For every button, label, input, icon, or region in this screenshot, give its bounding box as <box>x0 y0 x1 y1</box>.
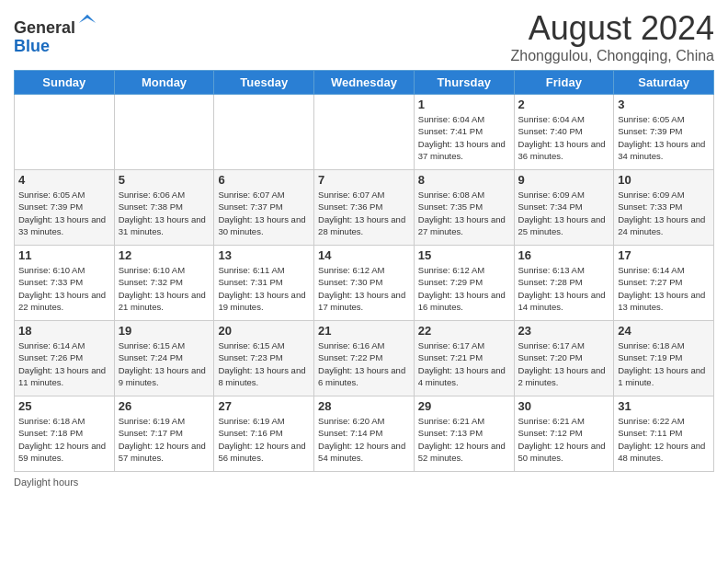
day-number: 26 <box>119 399 210 413</box>
day-info: Sunrise: 6:04 AM Sunset: 7:40 PM Dayligh… <box>518 113 610 162</box>
day-info: Sunrise: 6:06 AM Sunset: 7:38 PM Dayligh… <box>119 189 210 237</box>
day-info: Sunrise: 6:12 AM Sunset: 7:30 PM Dayligh… <box>318 264 410 313</box>
day-info: Sunrise: 6:18 AM Sunset: 7:18 PM Dayligh… <box>18 415 110 464</box>
day-number: 3 <box>618 98 710 111</box>
day-info: Sunrise: 6:10 AM Sunset: 7:32 PM Dayligh… <box>119 264 210 313</box>
header-tuesday: Tuesday <box>214 71 314 95</box>
day-number: 15 <box>418 248 510 262</box>
header-sunday: Sunday <box>15 71 115 95</box>
day-number: 10 <box>618 173 710 187</box>
day-info: Sunrise: 6:14 AM Sunset: 7:26 PM Dayligh… <box>18 339 110 388</box>
table-row: 13Sunrise: 6:11 AM Sunset: 7:31 PM Dayli… <box>214 246 314 321</box>
day-number: 25 <box>18 399 110 413</box>
table-row: 9Sunrise: 6:09 AM Sunset: 7:34 PM Daylig… <box>514 170 614 246</box>
table-row: 17Sunrise: 6:14 AM Sunset: 7:27 PM Dayli… <box>614 246 714 321</box>
table-row: 31Sunrise: 6:22 AM Sunset: 7:11 PM Dayli… <box>614 396 714 472</box>
calendar-week-row: 4Sunrise: 6:05 AM Sunset: 7:39 PM Daylig… <box>15 170 714 246</box>
logo: General Blue <box>14 13 97 56</box>
table-row: 22Sunrise: 6:17 AM Sunset: 7:21 PM Dayli… <box>414 321 514 396</box>
table-row: 20Sunrise: 6:15 AM Sunset: 7:23 PM Dayli… <box>214 321 314 396</box>
logo-text: General Blue <box>14 13 97 56</box>
table-row <box>214 95 314 170</box>
day-info: Sunrise: 6:09 AM Sunset: 7:33 PM Dayligh… <box>618 189 710 237</box>
table-row: 12Sunrise: 6:10 AM Sunset: 7:32 PM Dayli… <box>114 246 214 321</box>
table-row: 18Sunrise: 6:14 AM Sunset: 7:26 PM Dayli… <box>15 321 115 396</box>
table-row: 23Sunrise: 6:17 AM Sunset: 7:20 PM Dayli… <box>514 321 614 396</box>
day-number: 6 <box>218 173 310 187</box>
day-number: 18 <box>18 324 110 338</box>
table-row <box>15 95 115 170</box>
table-row: 6Sunrise: 6:07 AM Sunset: 7:37 PM Daylig… <box>214 170 314 246</box>
day-info: Sunrise: 6:11 AM Sunset: 7:31 PM Dayligh… <box>218 264 310 313</box>
table-row: 7Sunrise: 6:07 AM Sunset: 7:36 PM Daylig… <box>314 170 415 246</box>
table-row: 1Sunrise: 6:04 AM Sunset: 7:41 PM Daylig… <box>414 95 514 170</box>
day-info: Sunrise: 6:14 AM Sunset: 7:27 PM Dayligh… <box>618 264 710 313</box>
day-number: 24 <box>618 324 710 338</box>
day-info: Sunrise: 6:04 AM Sunset: 7:41 PM Dayligh… <box>418 113 510 162</box>
table-row: 26Sunrise: 6:19 AM Sunset: 7:17 PM Dayli… <box>114 396 214 472</box>
table-row: 21Sunrise: 6:16 AM Sunset: 7:22 PM Dayli… <box>314 321 415 396</box>
day-number: 1 <box>418 98 510 111</box>
calendar-week-row: 11Sunrise: 6:10 AM Sunset: 7:33 PM Dayli… <box>15 246 714 321</box>
table-row: 11Sunrise: 6:10 AM Sunset: 7:33 PM Dayli… <box>15 246 115 321</box>
table-row: 14Sunrise: 6:12 AM Sunset: 7:30 PM Dayli… <box>314 246 415 321</box>
day-info: Sunrise: 6:13 AM Sunset: 7:28 PM Dayligh… <box>518 264 610 313</box>
day-info: Sunrise: 6:15 AM Sunset: 7:24 PM Dayligh… <box>119 339 210 388</box>
logo-general: General <box>14 18 75 37</box>
header: General Blue August 2024 Zhonggulou, Cho… <box>14 9 714 64</box>
day-info: Sunrise: 6:17 AM Sunset: 7:21 PM Dayligh… <box>418 339 510 388</box>
day-number: 30 <box>518 399 610 413</box>
day-info: Sunrise: 6:21 AM Sunset: 7:13 PM Dayligh… <box>418 415 510 464</box>
day-number: 5 <box>119 173 210 187</box>
day-number: 13 <box>218 248 310 262</box>
day-info: Sunrise: 6:19 AM Sunset: 7:16 PM Dayligh… <box>218 415 310 464</box>
header-monday: Monday <box>114 71 214 95</box>
table-row: 16Sunrise: 6:13 AM Sunset: 7:28 PM Dayli… <box>514 246 614 321</box>
table-row: 30Sunrise: 6:21 AM Sunset: 7:12 PM Dayli… <box>514 396 614 472</box>
day-info: Sunrise: 6:19 AM Sunset: 7:17 PM Dayligh… <box>119 415 210 464</box>
day-number: 8 <box>418 173 510 187</box>
day-number: 29 <box>418 399 510 413</box>
table-row: 8Sunrise: 6:08 AM Sunset: 7:35 PM Daylig… <box>414 170 514 246</box>
month-year-title: August 2024 <box>511 9 715 48</box>
day-number: 11 <box>18 248 110 262</box>
calendar-table: Sunday Monday Tuesday Wednesday Thursday… <box>14 70 714 472</box>
day-number: 14 <box>318 248 410 262</box>
location-subtitle: Zhonggulou, Chongqing, China <box>511 48 715 64</box>
table-row: 2Sunrise: 6:04 AM Sunset: 7:40 PM Daylig… <box>514 95 614 170</box>
day-info: Sunrise: 6:05 AM Sunset: 7:39 PM Dayligh… <box>18 189 110 237</box>
day-info: Sunrise: 6:05 AM Sunset: 7:39 PM Dayligh… <box>618 113 710 162</box>
table-row: 5Sunrise: 6:06 AM Sunset: 7:38 PM Daylig… <box>114 170 214 246</box>
table-row: 29Sunrise: 6:21 AM Sunset: 7:13 PM Dayli… <box>414 396 514 472</box>
table-row: 4Sunrise: 6:05 AM Sunset: 7:39 PM Daylig… <box>15 170 115 246</box>
table-row: 10Sunrise: 6:09 AM Sunset: 7:33 PM Dayli… <box>614 170 714 246</box>
title-section: August 2024 Zhonggulou, Chongqing, China <box>511 9 715 64</box>
day-info: Sunrise: 6:16 AM Sunset: 7:22 PM Dayligh… <box>318 339 410 388</box>
svg-marker-0 <box>79 15 96 23</box>
calendar-week-row: 18Sunrise: 6:14 AM Sunset: 7:26 PM Dayli… <box>15 321 714 396</box>
day-number: 20 <box>218 324 310 338</box>
table-row <box>114 95 214 170</box>
day-info: Sunrise: 6:21 AM Sunset: 7:12 PM Dayligh… <box>518 415 610 464</box>
day-info: Sunrise: 6:07 AM Sunset: 7:36 PM Dayligh… <box>318 189 410 237</box>
header-wednesday: Wednesday <box>314 71 415 95</box>
day-number: 21 <box>318 324 410 338</box>
day-number: 17 <box>618 248 710 262</box>
day-number: 23 <box>518 324 610 338</box>
day-number: 27 <box>218 399 310 413</box>
day-number: 31 <box>618 399 710 413</box>
day-info: Sunrise: 6:18 AM Sunset: 7:19 PM Dayligh… <box>618 339 710 388</box>
day-info: Sunrise: 6:20 AM Sunset: 7:14 PM Dayligh… <box>318 415 410 464</box>
day-info: Sunrise: 6:12 AM Sunset: 7:29 PM Dayligh… <box>418 264 510 313</box>
header-friday: Friday <box>514 71 614 95</box>
day-number: 12 <box>119 248 210 262</box>
day-info: Sunrise: 6:22 AM Sunset: 7:11 PM Dayligh… <box>618 415 710 464</box>
logo-icon <box>77 13 97 33</box>
day-info: Sunrise: 6:08 AM Sunset: 7:35 PM Dayligh… <box>418 189 510 237</box>
header-thursday: Thursday <box>414 71 514 95</box>
table-row: 27Sunrise: 6:19 AM Sunset: 7:16 PM Dayli… <box>214 396 314 472</box>
day-number: 22 <box>418 324 510 338</box>
day-number: 16 <box>518 248 610 262</box>
day-info: Sunrise: 6:17 AM Sunset: 7:20 PM Dayligh… <box>518 339 610 388</box>
table-row: 15Sunrise: 6:12 AM Sunset: 7:29 PM Dayli… <box>414 246 514 321</box>
